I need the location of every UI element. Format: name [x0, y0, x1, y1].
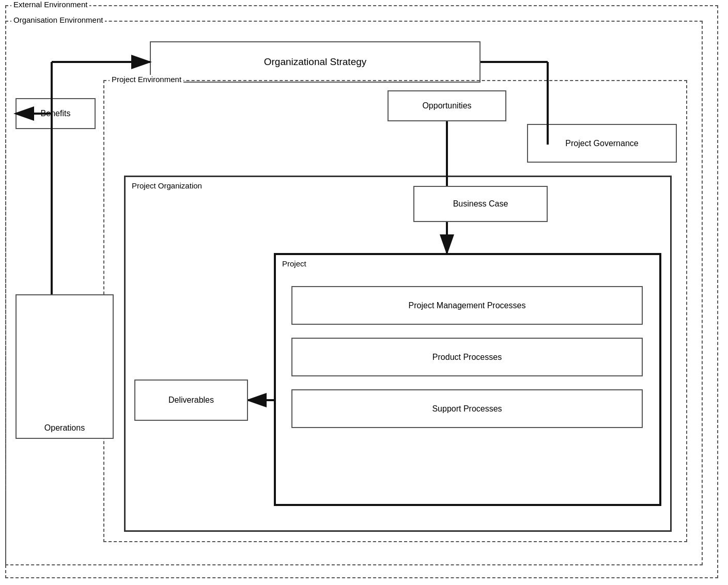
operations-box: Operations: [16, 294, 114, 439]
benefits-box: Benefits: [16, 98, 96, 129]
support-processes-label: Support Processes: [432, 404, 502, 414]
business-case-label: Business Case: [453, 199, 508, 209]
project-box: Project Project Management Processes Pro…: [274, 253, 661, 506]
pm-processes-label: Project Management Processes: [409, 301, 526, 310]
deliverables-box: Deliverables: [134, 380, 248, 421]
project-environment-label: Project Environment: [110, 75, 183, 84]
org-environment-label: Organisation Environment: [11, 15, 105, 24]
diagram-container: External Environment Organisation Enviro…: [0, 0, 728, 585]
product-processes-box: Product Processes: [291, 338, 643, 376]
support-processes-box: Support Processes: [291, 389, 643, 428]
benefits-label: Benefits: [41, 109, 71, 118]
business-case-box: Business Case: [413, 186, 548, 222]
deliverables-label: Deliverables: [168, 396, 214, 405]
project-org-label: Project Organization: [132, 181, 202, 190]
org-strategy-label: Organizational Strategy: [264, 56, 367, 68]
project-label: Project: [282, 259, 306, 268]
org-strategy-box: Organizational Strategy: [150, 41, 481, 83]
operations-label: Operations: [44, 423, 85, 433]
pm-processes-box: Project Management Processes: [291, 286, 643, 325]
external-environment-label: External Environment: [11, 0, 89, 9]
product-processes-label: Product Processes: [432, 353, 502, 362]
